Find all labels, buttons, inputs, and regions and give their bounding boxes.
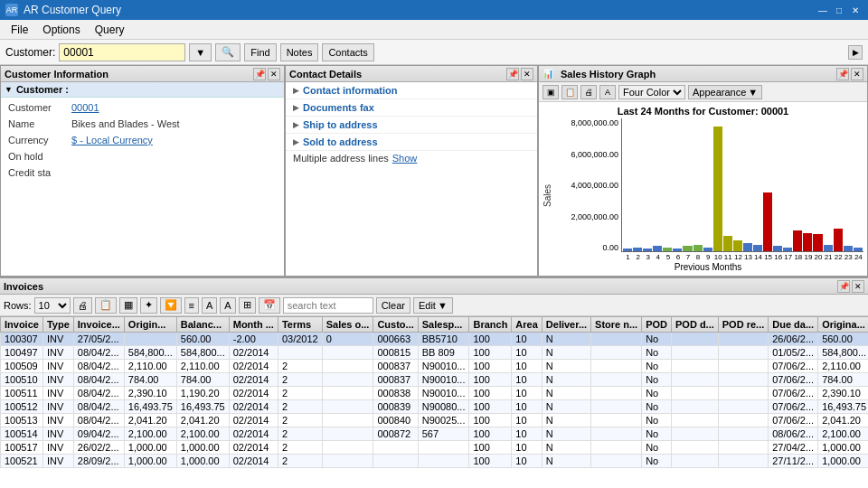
col-type[interactable]: Type [42,317,73,333]
scroll-right[interactable]: ▶ [848,45,863,60]
col-invoice[interactable]: Invoice [1,317,43,333]
main-toolbar: Customer: ▼ 🔍 Find Notes Contacts ▶ [0,40,868,65]
color-select[interactable]: Four Color Two Color [618,85,685,99]
col-branch[interactable]: Branch [469,317,512,333]
contact-item-3[interactable]: ▶ Sold to address [286,134,537,151]
col-pod-d[interactable]: POD d... [672,317,719,333]
table-row[interactable]: 100514INV09/04/2...2,100.002,100.0002/20… [1,427,869,441]
table-cell: 100 [469,441,512,455]
table-cell: 2 [278,427,322,441]
table-cell: 2,041.20 [818,414,868,427]
table-cell: 09/04/2... [73,427,124,441]
col-area[interactable]: Area [512,317,542,333]
inv-filter-btn[interactable]: ▦ [119,297,137,314]
table-cell: No [642,427,672,441]
table-cell: No [642,414,672,427]
col-sales-o[interactable]: Sales o... [322,317,373,333]
close-button[interactable]: ✕ [848,4,863,16]
field-value-2[interactable]: $ - Local Currency [71,135,153,145]
clear-button[interactable]: Clear [376,297,410,314]
inv-cols-btn[interactable]: ≡ [184,297,199,314]
menu-query[interactable]: Query [88,22,132,38]
inv-excel-btn[interactable]: ✦ [140,297,157,314]
table-cell: 100 [469,427,512,441]
sales-pin[interactable]: 📌 [836,68,849,80]
inv-print-btn[interactable]: 🖨 [73,297,92,314]
field-value-0[interactable]: 00001 [71,102,99,113]
table-row[interactable]: 100510INV08/04/2...784.00784.0002/201420… [1,373,869,387]
table-row[interactable]: 100512INV08/04/2...16,493.7516,493.7502/… [1,400,869,414]
table-row[interactable]: 100517INV26/02/2...1,000.001,000.0002/20… [1,441,869,455]
table-row[interactable]: 100497INV08/04/2...584,800...584,800...0… [1,346,869,360]
chart-bar-8 [693,245,703,251]
graph-btn-3[interactable]: 🖨 [580,85,597,99]
graph-btn-1[interactable]: ▣ [542,85,559,99]
customer-info-close[interactable]: ✕ [268,68,280,80]
rows-select[interactable]: 10 25 50 [34,297,71,314]
chart-bar-18 [793,230,802,251]
search-input[interactable] [283,297,373,314]
table-cell [124,333,176,346]
table-cell: N [542,455,590,468]
field-label-3: On hold [8,151,71,162]
contact-close[interactable]: ✕ [521,68,533,80]
invoices-table-container[interactable]: Invoice Type Invoice... Origin... Balanc… [0,316,868,488]
contact-pin[interactable]: 📌 [506,68,519,80]
inv-filter2-btn[interactable]: 🔽 [160,297,182,314]
inv-grid-btn[interactable]: ⊞ [239,297,256,314]
table-cell: 2,390.10 [124,387,176,400]
customer-input[interactable] [59,43,185,61]
field-label-0: Customer [8,102,71,113]
graph-btn-4[interactable]: A [599,85,616,99]
col-due[interactable]: Due da... [769,317,818,333]
col-origina[interactable]: Origina... [818,317,868,333]
table-cell: N [542,400,590,414]
col-origin[interactable]: Origin... [124,317,176,333]
table-row[interactable]: 100511INV08/04/2...2,390.101,190.2002/20… [1,387,869,400]
edit-button[interactable]: Edit ▼ [413,297,453,314]
notes-button[interactable]: Notes [280,43,319,61]
table-cell: 10 [512,373,542,387]
col-salesp[interactable]: Salesp... [418,317,469,333]
contact-item-1[interactable]: ▶ Documents fax [286,99,537,117]
table-row[interactable]: 100307INV27/05/2...560.00-2.0003/2012000… [1,333,869,346]
maximize-button[interactable]: □ [832,4,846,16]
col-balance[interactable]: Balanc... [176,317,229,333]
inv-export-btn[interactable]: 📋 [95,297,117,314]
col-deliver[interactable]: Deliver... [542,317,590,333]
table-cell: 100 [469,360,512,373]
appearance-button[interactable]: Appearance ▼ [688,85,762,99]
contact-item-2[interactable]: ▶ Ship to address [286,117,537,134]
inv-font-large-btn[interactable]: A [202,297,217,314]
invoices-pin[interactable]: 📌 [837,280,850,293]
contact-item-0[interactable]: ▶ Contact information [286,82,537,99]
table-cell [672,387,719,400]
col-pod-re[interactable]: POD re... [718,317,768,333]
customer-info-pin[interactable]: 📌 [253,68,266,80]
col-store[interactable]: Store n... [591,317,642,333]
invoices-close[interactable]: ✕ [852,280,864,293]
col-pod[interactable]: POD [642,317,672,333]
table-cell [278,346,322,360]
col-invoice-date[interactable]: Invoice... [73,317,124,333]
col-terms[interactable]: Terms [278,317,322,333]
inv-cal-btn[interactable]: 📅 [259,297,280,314]
col-month[interactable]: Month ... [229,317,278,333]
find-icon-button[interactable]: 🔍 [215,43,241,61]
dropdown-button[interactable]: ▼ [189,43,212,61]
show-link[interactable]: Show [392,153,418,164]
col-custo[interactable]: Custo... [373,317,418,333]
graph-btn-2[interactable]: 📋 [561,85,578,99]
sales-close[interactable]: ✕ [851,68,863,80]
inv-font-small-btn[interactable]: A [220,297,235,314]
table-row[interactable]: 100521INV28/09/2...1,000.001,000.0002/20… [1,455,869,468]
menu-options[interactable]: Options [35,22,87,38]
customer-section-header[interactable]: ▼ Customer : [1,82,284,98]
table-row[interactable]: 100509INV08/04/2...2,110.002,110.0002/20… [1,360,869,373]
contacts-button[interactable]: Contacts [322,43,373,61]
sales-graph-header: 📊 Sales History Graph 📌 ✕ [539,66,867,82]
table-row[interactable]: 100513INV08/04/2...2,041.202,041.2002/20… [1,414,869,427]
menu-file[interactable]: File [4,22,35,38]
minimize-button[interactable]: — [816,4,830,16]
find-button[interactable]: Find [244,43,276,61]
